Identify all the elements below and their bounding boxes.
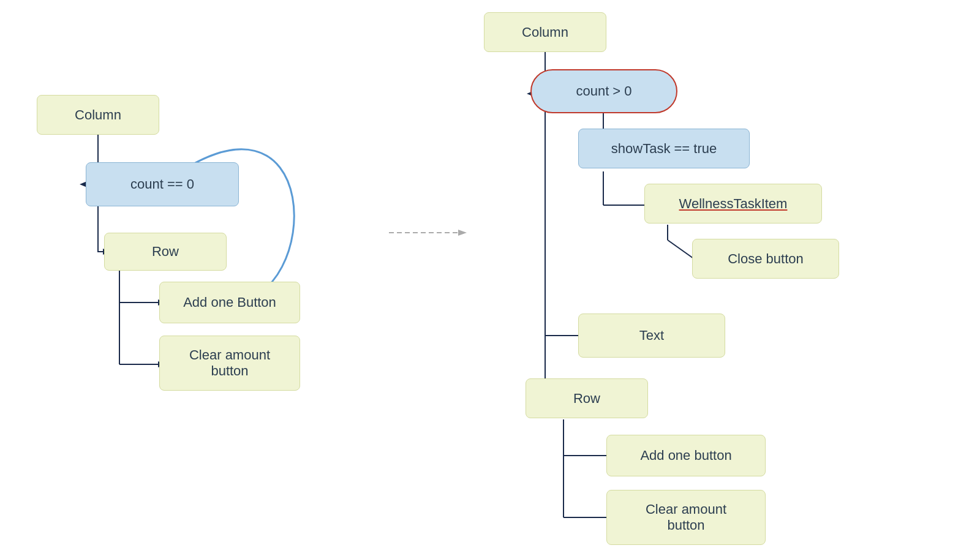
right-row-node: Row bbox=[526, 378, 648, 418]
left-count-eq-0-node: count == 0 bbox=[86, 162, 239, 206]
left-row-node: Row bbox=[104, 233, 227, 271]
right-wellness-node: WellnessTaskItem bbox=[644, 184, 822, 224]
right-close-button-node: Close button bbox=[692, 239, 839, 279]
right-count-gt-0-node: count > 0 bbox=[530, 69, 677, 113]
diagram-container: Column count == 0 Row Add one Button Cle… bbox=[0, 0, 980, 556]
svg-line-33 bbox=[668, 240, 695, 260]
right-clear-amount-node: Clear amountbutton bbox=[606, 490, 766, 545]
svg-marker-15 bbox=[458, 230, 467, 236]
right-text-node: Text bbox=[578, 314, 725, 358]
right-show-task-node: showTask == true bbox=[578, 129, 750, 168]
right-add-one-node: Add one button bbox=[606, 435, 766, 476]
left-add-one-node: Add one Button bbox=[159, 282, 300, 323]
left-clear-amount-node: Clear amountbutton bbox=[159, 336, 300, 391]
left-column-node: Column bbox=[37, 95, 159, 135]
right-column-node: Column bbox=[484, 12, 606, 52]
